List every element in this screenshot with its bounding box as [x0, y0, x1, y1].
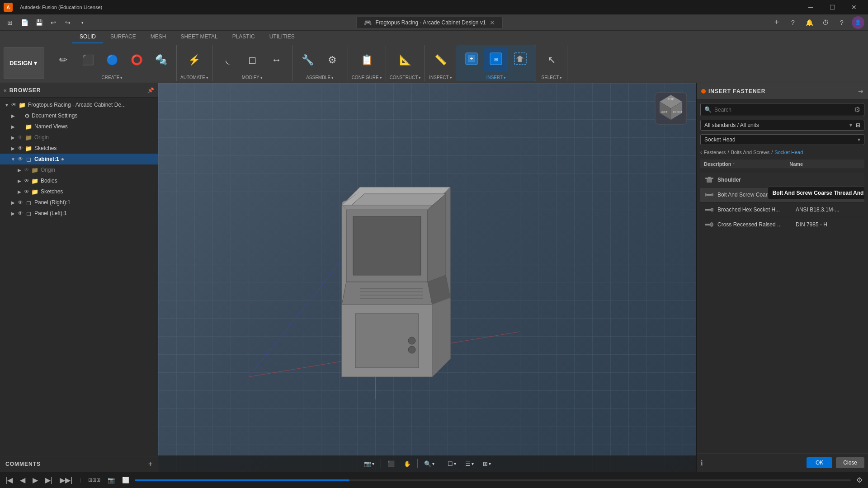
tab-solid[interactable]: SOLID [72, 31, 103, 43]
notifications-button[interactable]: 🔔 [803, 16, 816, 29]
search-input[interactable] [714, 107, 851, 113]
cab-sketches-toggle[interactable]: ▶ [16, 189, 23, 194]
save-button[interactable]: 💾 [33, 16, 45, 29]
new-file-button[interactable]: 📄 [18, 16, 31, 29]
fillet-button[interactable]: ◟ [216, 48, 240, 72]
create-group-label[interactable]: CREATE [102, 75, 123, 81]
grid-menu-button[interactable]: ⊞ [4, 16, 16, 29]
modify-group-label[interactable]: MODIFY [242, 75, 263, 81]
fastener-row-broached-hex[interactable]: Broached Hex Socket H... ANSI B18.3.1M-.… [700, 202, 864, 217]
account-avatar[interactable]: 👤 [852, 16, 864, 29]
tree-item-sketches[interactable]: ▶ 👁 📁 Sketches [0, 143, 158, 154]
named-views-toggle[interactable]: ▶ [10, 124, 16, 129]
insert-svg-button[interactable]: ⊞ [484, 48, 508, 72]
revolve-button[interactable]: 🔵 [100, 48, 124, 72]
thread-button[interactable]: 🔩 [149, 48, 173, 72]
tab-plastic[interactable]: PLASTIC [225, 31, 262, 43]
origin-eye[interactable]: 👁 [16, 134, 24, 141]
new-component-button[interactable]: 🔧 [296, 48, 320, 72]
standards-filter-icon[interactable]: ⊟ [856, 122, 860, 128]
tab-utilities[interactable]: UTILITIES [262, 31, 302, 43]
automate-button[interactable]: ⚡ [183, 48, 206, 72]
camera-position-button[interactable]: 📷 ▾ [360, 459, 378, 469]
view-cube-button[interactable]: ⬛ [384, 459, 398, 469]
construct-group-label[interactable]: CONSTRUCT [390, 75, 421, 81]
panel-right-eye[interactable]: 👁 [16, 199, 24, 206]
tree-item-doc-settings[interactable]: ▶ 👁 ⚙ Document Settings [0, 110, 158, 121]
help-button[interactable]: ? [835, 16, 848, 29]
cabinet-eye[interactable]: 👁 [16, 156, 24, 162]
section-mode-button[interactable]: ⬜ [120, 476, 131, 484]
joint-button[interactable]: ⚙ [321, 48, 344, 72]
fastener-row-cross-recessed[interactable]: Cross Recessed Raised ... DIN 7985 - H [700, 217, 864, 232]
info-icon[interactable]: ℹ [700, 459, 703, 467]
viewport[interactable]: TOP LEFT FRONT 📷 ▾ ⬛ ✋ 🔍 ▾ ☐ ▾ ☰ ▾ ⊞ ▾ [158, 83, 696, 472]
close-button[interactable]: ✕ [844, 0, 864, 14]
tab-mesh[interactable]: MESH [143, 31, 174, 43]
scale-button[interactable]: ↔ [265, 48, 288, 72]
timeline-next-button[interactable]: ▶| [43, 475, 54, 485]
sketches-eye[interactable]: 👁 [16, 145, 24, 151]
jobs-button[interactable]: ⏱ [819, 16, 832, 29]
root-eye[interactable]: 👁 [10, 102, 18, 108]
undo-button[interactable]: ↩ [47, 16, 60, 29]
timeline-last-button[interactable]: ▶▶| [58, 475, 74, 485]
environment-button[interactable]: ☰ ▾ [462, 459, 477, 469]
tab-surface[interactable]: SURFACE [103, 31, 143, 43]
tree-item-cab-sketches[interactable]: ▶ 👁 📁 Sketches [0, 186, 158, 197]
configure-group-label[interactable]: CONFIGURE [352, 75, 382, 81]
timeline-prev-button[interactable]: ◀ [18, 475, 27, 485]
cab-bodies-toggle[interactable]: ▶ [16, 178, 23, 183]
display-mode-button[interactable]: ☐ ▾ [444, 459, 460, 469]
panel-left-eye[interactable]: 👁 [16, 210, 24, 216]
breadcrumb-back-button[interactable]: ‹ [700, 150, 702, 155]
help-extension-button[interactable]: ? [787, 16, 799, 29]
select-button[interactable]: ↖ [540, 48, 563, 72]
minimize-button[interactable]: ─ [800, 0, 821, 14]
root-toggle[interactable]: ▼ [4, 103, 10, 108]
tree-item-cab-bodies[interactable]: ▶ 👁 📁 Bodies [0, 175, 158, 186]
extrude-button[interactable]: ⬛ [76, 48, 99, 72]
breadcrumb-fasteners[interactable]: Fasteners [704, 150, 726, 155]
document-tab[interactable]: 🎮 Frogtopus Racing - Arcade Cabinet Desi… [356, 17, 502, 28]
document-tab-close[interactable]: ✕ [490, 19, 495, 26]
tab-sheet-metal[interactable]: SHEET METAL [173, 31, 225, 43]
timeline-track[interactable] [135, 479, 851, 481]
cabinet-toggle[interactable]: ▼ [10, 157, 16, 162]
timeline-play-button[interactable]: ▶ [31, 475, 40, 485]
comments-add-button[interactable]: + [148, 460, 152, 468]
close-button-fastener[interactable]: Close [836, 457, 864, 468]
tree-item-cabinet[interactable]: ▼ 👁 ◻ Cabinet:1 ● [0, 154, 158, 164]
cab-sketches-eye[interactable]: 👁 [23, 188, 31, 195]
cab-origin-toggle[interactable]: ▶ [16, 168, 23, 173]
pan-button[interactable]: ✋ [400, 459, 415, 469]
insert-select-button[interactable] [509, 48, 532, 72]
browser-pin-button[interactable]: 📌 [147, 87, 154, 94]
assemble-group-label[interactable]: ASSEMBLE [306, 75, 334, 81]
timeline-first-button[interactable]: |◀ [4, 475, 14, 485]
description-col-header[interactable]: Description ↑ [704, 161, 789, 167]
add-tab-button[interactable]: + [770, 16, 783, 29]
design-dropdown-button[interactable]: DESIGN ▾ [4, 47, 44, 79]
panel-left-toggle[interactable]: ▶ [10, 211, 16, 216]
tree-item-root[interactable]: ▼ 👁 📁 Frogtopus Racing - Arcade Cabinet … [0, 99, 158, 110]
select-group-label[interactable]: SELECT [541, 75, 562, 81]
origin-toggle[interactable]: ▶ [10, 135, 16, 140]
browser-back-arrow[interactable]: « [4, 87, 7, 94]
maximize-button[interactable]: ☐ [822, 0, 843, 14]
hole-button[interactable]: ⭕ [125, 48, 148, 72]
redo-button[interactable]: ↪ [61, 16, 74, 29]
navigation-cube[interactable]: TOP LEFT FRONT [653, 90, 689, 127]
panel-right-toggle[interactable]: ▶ [10, 200, 16, 205]
tree-item-panel-left[interactable]: ▶ 👁 ◻ Panel (Left):1 [0, 208, 158, 219]
search-settings-gear-icon[interactable]: ⚙ [854, 105, 860, 114]
timeline-mode-button[interactable]: ⊞⊞⊞ [86, 476, 102, 484]
standards-dropdown[interactable]: All standards / All units ▾ ⊟ [700, 120, 864, 131]
ok-button[interactable]: OK [807, 457, 832, 468]
insert-group-label[interactable]: INSERT [486, 75, 506, 81]
insert-derive-button[interactable]: + [460, 48, 483, 72]
tree-item-named-views[interactable]: ▶ 👁 📁 Named Views [0, 121, 158, 132]
construct-button[interactable]: 📐 [394, 48, 417, 72]
zoom-button[interactable]: 🔍 ▾ [420, 459, 438, 469]
tree-item-panel-right[interactable]: ▶ 👁 ◻ Panel (Right):1 [0, 197, 158, 208]
